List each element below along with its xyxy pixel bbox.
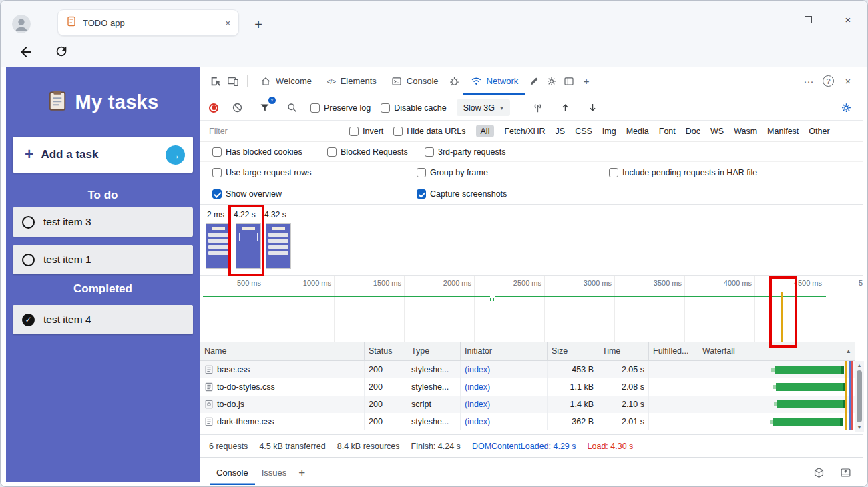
clear-icon[interactable] [228,99,246,117]
checkbox-checked-icon[interactable] [417,189,426,199]
checkbox-icon[interactable] [349,127,359,136]
search-icon[interactable] [283,99,300,117]
column-header-waterfall[interactable]: Waterfall▲ [698,342,855,360]
initiator-link[interactable]: (index) [465,365,490,374]
table-row[interactable]: base.css 200 styleshe... (index) 453 B 2… [200,361,855,378]
network-conditions-icon[interactable] [529,99,547,117]
filter-input[interactable] [209,127,339,136]
filmstrip-thumbnail[interactable] [236,223,261,269]
show-overview-checkbox[interactable]: Show overview [212,183,282,204]
export-har-icon[interactable] [584,99,602,117]
filmstrip-thumbnail[interactable] [266,223,291,269]
scrollbar-thumb[interactable] [857,370,862,422]
gear-icon[interactable] [543,73,560,90]
tab-welcome[interactable]: Welcome [253,67,319,95]
inspect-icon[interactable] [207,73,224,90]
checkbox-icon[interactable] [425,147,434,157]
column-header-status[interactable]: Status [365,342,407,360]
third-party-requests-checkbox[interactable]: 3rd-party requests [425,142,505,161]
filter-type-img[interactable]: Img [602,127,616,136]
initiator-link[interactable]: (index) [465,400,490,409]
bug-icon[interactable] [446,73,463,90]
group-by-frame-checkbox[interactable]: Group by frame [417,162,488,183]
column-header-size[interactable]: Size [548,342,598,360]
close-devtools-icon[interactable]: × [839,73,857,90]
disable-cache-checkbox[interactable]: Disable cache [381,103,447,113]
drawer-tab-issues[interactable]: Issues [255,461,294,485]
network-overview-timeline[interactable]: 500 ms 1000 ms 1500 ms 2000 ms 2500 ms 3… [200,276,863,342]
hide-data-urls-checkbox[interactable]: Hide data URLs [393,127,465,136]
filter-type-js[interactable]: JS [556,127,566,136]
back-button[interactable] [18,44,35,61]
include-pending-har-checkbox[interactable]: Include pending requests in HAR file [609,162,757,183]
column-header-name[interactable]: Name [200,342,365,360]
column-header-type[interactable]: Type [407,342,461,360]
task-item-completed[interactable]: ✓ test item 4 [13,305,193,334]
devtools-more-menu-icon[interactable]: ··· [800,73,817,90]
scroll-up-icon[interactable]: ▲ [857,362,862,368]
blocked-requests-checkbox[interactable]: Blocked Requests [327,142,408,161]
checkbox-checked-icon[interactable] [212,189,222,199]
filter-type-doc[interactable]: Doc [686,127,700,136]
filter-type-ws[interactable]: WS [710,127,724,136]
task-checked-icon[interactable]: ✓ [22,314,35,326]
task-item[interactable]: test item 3 [13,207,193,237]
filter-toggle-icon[interactable]: × [256,99,273,117]
checkbox-icon[interactable] [381,103,390,113]
device-toolbar-icon[interactable] [224,73,242,90]
preserve-log-checkbox[interactable]: Preserve log [310,103,371,113]
filter-type-wasm[interactable]: Wasm [734,127,757,136]
invert-checkbox[interactable]: Invert [349,127,383,136]
task-item[interactable]: test item 1 [13,245,193,274]
filmstrip-thumbnail[interactable] [206,223,231,269]
filter-type-all[interactable]: All [476,125,495,137]
import-har-icon[interactable] [557,99,574,117]
table-row[interactable]: to-do.js 200 script (index) 1.4 kB 2.10 … [200,396,855,413]
column-header-time[interactable]: Time [598,342,649,360]
checkbox-icon[interactable] [417,168,426,177]
refresh-button[interactable] [54,44,71,61]
checkbox-icon[interactable] [310,103,320,113]
drawer-add-icon[interactable]: + [293,464,310,482]
scroll-down-icon[interactable]: ▼ [857,424,862,430]
window-close-button[interactable]: × [838,10,858,29]
checkbox-icon[interactable] [393,127,403,136]
use-large-request-rows-checkbox[interactable]: Use large request rows [212,162,312,183]
profile-avatar[interactable] [12,15,31,33]
drawer-tab-console[interactable]: Console [210,461,255,485]
initiator-link[interactable]: (index) [465,417,490,426]
help-icon[interactable]: ? [823,75,834,87]
column-header-initiator[interactable]: Initiator [461,342,548,360]
maximize-button[interactable] [798,10,818,29]
filter-type-css[interactable]: CSS [575,127,592,136]
has-blocked-cookies-checkbox[interactable]: Has blocked cookies [212,142,302,161]
filter-type-media[interactable]: Media [626,127,649,136]
performance-pen-icon[interactable] [525,73,543,90]
network-settings-gear-icon[interactable] [837,99,855,117]
layout-panel-icon[interactable] [560,73,578,90]
task-checkbox-icon[interactable] [22,254,35,266]
filter-type-other[interactable]: Other [809,127,829,136]
checkbox-icon[interactable] [212,147,222,157]
add-tool-icon[interactable]: + [578,73,595,90]
tab-elements[interactable]: </> Elements [319,67,384,95]
new-tab-button[interactable]: + [249,15,268,34]
checkbox-icon[interactable] [212,168,222,177]
browser-tab[interactable]: TODO app × [57,9,239,36]
filter-type-font[interactable]: Font [659,127,676,136]
capture-screenshots-checkbox[interactable]: Capture screenshots [417,183,507,204]
expand-panel-icon[interactable] [837,464,854,482]
table-row[interactable]: dark-theme.css 200 styleshe... (index) 3… [200,413,855,430]
tab-network[interactable]: Network [463,67,526,95]
add-task-button[interactable]: + Add a task → [13,137,193,173]
throttling-select[interactable]: Slow 3G ▾ [457,99,510,116]
initiator-link[interactable]: (index) [465,382,490,392]
checkbox-icon[interactable] [327,147,337,157]
filter-type-manifest[interactable]: Manifest [767,127,799,136]
3d-view-icon[interactable] [810,464,827,482]
filter-type-fetch-xhr[interactable]: Fetch/XHR [504,127,545,136]
checkbox-icon[interactable] [609,168,618,177]
tab-close-icon[interactable]: × [225,18,230,28]
tab-console[interactable]: Console [384,67,446,95]
table-scrollbar[interactable]: ▲ ▼ [855,361,864,432]
